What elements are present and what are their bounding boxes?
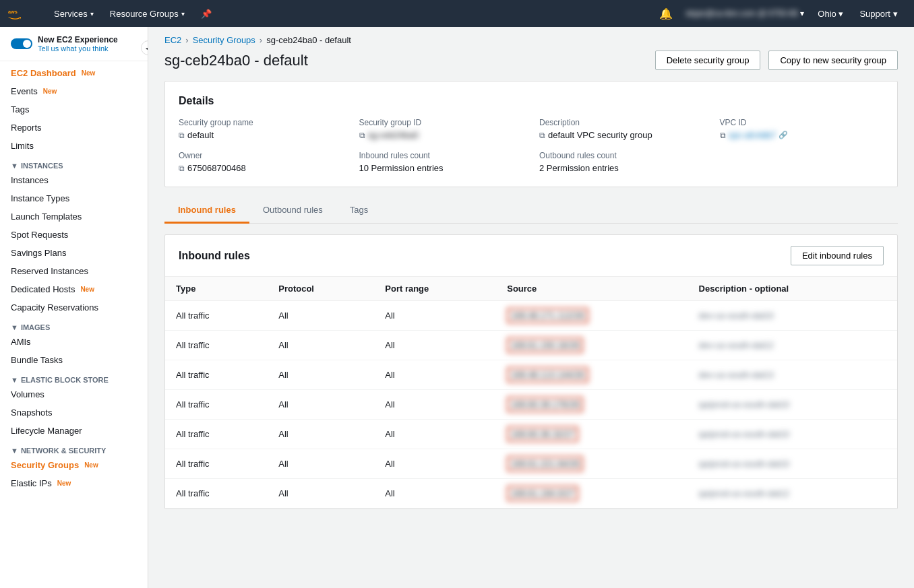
source-value: 169.60.36.32/27 <box>507 426 578 442</box>
details-card: Details Security group name ⧉ default Se… <box>164 81 898 187</box>
sidebar-item-lifecycle-manager[interactable]: Lifecycle Manager <box>0 422 148 440</box>
breadcrumb-current: sg-ceb24ba0 - default <box>266 35 351 45</box>
table-wrapper: TypeProtocolPort rangeSourceDescription … <box>165 277 897 509</box>
cell-protocol: All <box>268 301 374 331</box>
cell-port: All <box>374 449 496 479</box>
sidebar-navigation: EC2 Dashboard New Events New Tags Report… <box>0 61 148 495</box>
breadcrumb-ec2[interactable]: EC2 <box>164 35 181 45</box>
cell-type: All traffic <box>165 331 268 360</box>
sidebar-item-tags[interactable]: Tags <box>0 100 148 119</box>
cell-desc: dev-us-south-dal10 <box>688 301 897 331</box>
instances-items: InstancesInstance TypesLaunch TemplatesS… <box>0 171 148 317</box>
sidebar-item-snapshots[interactable]: Snapshots <box>0 403 148 422</box>
detail-inbound-count: Inbound rules count 10 Permission entrie… <box>359 151 524 173</box>
cell-protocol: All <box>268 420 374 449</box>
copy-security-group-button[interactable]: Copy to new security group <box>768 51 898 70</box>
sidebar-item-limits[interactable]: Limits <box>0 137 148 155</box>
table-title: Inbound rules <box>179 250 791 262</box>
tab-inbound-rules[interactable]: Inbound rules <box>164 198 249 224</box>
notification-bell[interactable]: 🔔 <box>654 0 678 27</box>
sidebar-item-dedicated-hosts[interactable]: Dedicated HostsNew <box>0 280 148 298</box>
sidebar: ◀ New EC2 Experience Tell us what you th… <box>0 27 148 588</box>
details-title: Details <box>179 95 884 107</box>
table-row: All trafficAllAll169.60.36.32/27qa/prod-… <box>165 420 897 449</box>
table-row: All trafficAllAll169.60.39.176/26qa/prod… <box>165 390 897 420</box>
sidebar-item-instances[interactable]: Instances <box>0 171 148 189</box>
vpc-id-link[interactable]: vpc-afc4db7 <box>729 130 776 140</box>
edit-inbound-rules-button[interactable]: Edit inbound rules <box>791 246 884 265</box>
sidebar-item-amis[interactable]: AMIs <box>0 333 148 351</box>
detail-sg-name: Security group name ⧉ default <box>179 118 343 140</box>
sidebar-item-spot-requests[interactable]: Spot Requests <box>0 226 148 244</box>
copy-icon-owner[interactable]: ⧉ <box>179 164 185 173</box>
cell-source: 169.60.36.32/27 <box>496 420 688 449</box>
cell-desc-value: qa/prod-us-south-dal12 <box>699 488 789 498</box>
sidebar-item-security-groups[interactable]: Security GroupsNew <box>0 456 148 474</box>
network-items: Security GroupsNewElastic IPsNew <box>0 456 148 492</box>
copy-icon-desc[interactable]: ⧉ <box>539 131 545 140</box>
copy-icon-vpc[interactable]: ⧉ <box>720 131 726 140</box>
sidebar-item-events[interactable]: Events New <box>0 82 148 100</box>
cell-source: 169.61.150.16/26 <box>496 331 688 360</box>
source-value: 169.61.221.64/26 <box>507 456 583 471</box>
region-selector[interactable]: Ohio ▾ <box>812 9 849 19</box>
detail-outbound-count: Outbound rules count 2 Permission entrie… <box>539 151 704 173</box>
cell-desc-value: qa/prod-us-south-dal10 <box>699 459 789 469</box>
breadcrumb-security-groups[interactable]: Security Groups <box>193 35 255 45</box>
source-value: 169.48.171.112/26 <box>507 308 588 323</box>
network-section-label: ▼ NETWORK & SECURITY <box>0 440 148 456</box>
table-head: TypeProtocolPort rangeSourceDescription … <box>165 277 897 301</box>
sidebar-item-volumes[interactable]: Volumes <box>0 385 148 403</box>
instances-collapse-icon: ▼ <box>11 162 18 170</box>
ec2-experience-toggle: New EC2 Experience Tell us what you thin… <box>0 27 148 61</box>
tab-tags[interactable]: Tags <box>336 198 382 224</box>
sidebar-item-launch-templates[interactable]: Launch Templates <box>0 207 148 226</box>
pin-nav[interactable]: 📌 <box>193 0 220 27</box>
cell-protocol: All <box>268 479 374 509</box>
cell-protocol: All <box>268 390 374 420</box>
sidebar-item-bundle-tasks[interactable]: Bundle Tasks <box>0 351 148 369</box>
sidebar-item-reserved-instances[interactable]: Reserved Instances <box>0 262 148 280</box>
resource-groups-nav[interactable]: Resource Groups ▾ <box>102 0 193 27</box>
tab-outbound-rules[interactable]: Outbound rules <box>249 198 336 224</box>
sidebar-item-elastic-ips[interactable]: Elastic IPsNew <box>0 474 148 492</box>
support-chevron-icon: ▾ <box>893 9 898 19</box>
cell-desc: dev-us-south-dal12 <box>688 331 897 360</box>
nav-right: 🔔 dejan@ca-ibm.com @ 6750-66 ▾ Ohio ▾ Su… <box>654 0 906 27</box>
cell-type: All traffic <box>165 420 268 449</box>
inbound-rules-table: TypeProtocolPort rangeSourceDescription … <box>165 277 897 509</box>
services-nav[interactable]: Services ▾ <box>46 0 102 27</box>
cell-port: All <box>374 390 496 420</box>
aws-logo[interactable]: aws <box>8 5 35 22</box>
svg-text:aws: aws <box>8 9 18 15</box>
ec2-experience-switch[interactable] <box>11 38 32 49</box>
resource-groups-chevron-icon: ▾ <box>181 10 185 18</box>
sidebar-item-savings-plans[interactable]: Savings Plans <box>0 244 148 262</box>
support-nav[interactable]: Support ▾ <box>851 0 906 27</box>
cell-type: All traffic <box>165 449 268 479</box>
user-chevron-icon: ▾ <box>800 9 804 18</box>
cell-source: 169.48.171.112/26 <box>496 301 688 331</box>
cell-protocol: All <box>268 449 374 479</box>
cell-source: 169.61.194.0/27 <box>496 479 688 509</box>
cell-source: 169.48.113.144/26 <box>496 360 688 390</box>
cell-source: 169.61.221.64/26 <box>496 449 688 479</box>
vpc-external-link-icon[interactable]: 🔗 <box>779 131 788 139</box>
top-nav: aws Services ▾ Resource Groups ▾ 📌 🔔 dej… <box>0 0 914 27</box>
col-header-port-range: Port range <box>374 277 496 301</box>
sidebar-item-dashboard[interactable]: EC2 Dashboard New <box>0 64 148 82</box>
copy-icon-sg-id[interactable]: ⧉ <box>359 131 365 140</box>
sidebar-item-capacity-reservations[interactable]: Capacity Reservations <box>0 298 148 317</box>
cell-type: All traffic <box>165 479 268 509</box>
delete-security-group-button[interactable]: Delete security group <box>655 51 761 70</box>
cell-source: 169.60.39.176/26 <box>496 390 688 420</box>
instances-section-label: ▼ INSTANCES <box>0 155 148 171</box>
sidebar-item-reports[interactable]: Reports <box>0 119 148 137</box>
cell-type: All traffic <box>165 301 268 331</box>
user-account[interactable]: dejan@ca-ibm.com @ 6750-66 ▾ <box>681 9 810 18</box>
services-chevron-icon: ▾ <box>90 10 94 18</box>
cell-port: All <box>374 479 496 509</box>
sidebar-item-instance-types[interactable]: Instance Types <box>0 189 148 207</box>
tabs-list: Inbound rulesOutbound rulesTags <box>164 198 382 223</box>
copy-icon-sg-name[interactable]: ⧉ <box>179 131 185 140</box>
